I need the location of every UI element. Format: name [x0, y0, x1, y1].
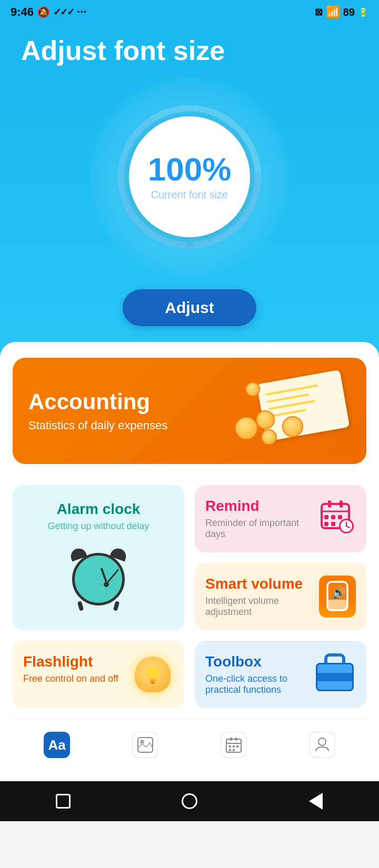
- flashlight-icon: [132, 653, 174, 695]
- nav-font-item[interactable]: Aa: [33, 728, 81, 762]
- nav-font-icon: Aa: [44, 732, 70, 758]
- accounting-illustration: [235, 377, 351, 445]
- svg-rect-11: [331, 522, 335, 526]
- svg-rect-21: [149, 679, 156, 682]
- nav-recent-button[interactable]: [53, 791, 74, 812]
- svg-rect-35: [233, 745, 235, 748]
- battery-level: 89: [343, 6, 355, 18]
- toolbox-icon: [314, 653, 356, 693]
- dial-percent-value: 100%: [148, 153, 232, 186]
- svg-rect-22: [151, 682, 155, 684]
- smart-volume-subtitle: Intelligent volume adjustment: [205, 596, 314, 618]
- nav-gallery-item[interactable]: [122, 728, 169, 762]
- status-bar: 9:46 🔕 ✓✓✓ ··· ⊠ 📶 89 🔋: [0, 0, 379, 24]
- mute-icon: 🔕: [37, 6, 50, 18]
- svg-line-24: [159, 667, 161, 668]
- remind-subtitle: Reminder of important days: [205, 518, 319, 540]
- dial-inner: 100% Current font size: [129, 116, 250, 237]
- accounting-text: Accounting Statistics of daily expenses: [28, 389, 167, 432]
- check-icons: ✓✓✓: [53, 6, 74, 18]
- bottom-navigation: Aa: [13, 719, 366, 771]
- svg-rect-38: [233, 749, 235, 751]
- nav-back-button[interactable]: [305, 791, 326, 812]
- feature-grid: Alarm clock Getting up without delay Rem…: [13, 485, 366, 630]
- smart-volume-card[interactable]: Smart volume Intelligent volume adjustme…: [195, 563, 366, 630]
- svg-rect-33: [235, 738, 237, 741]
- status-left: 9:46 🔕 ✓✓✓ ···: [11, 5, 86, 19]
- time-display: 9:46: [11, 5, 34, 19]
- recent-apps-icon: [56, 794, 71, 809]
- nav-person-item[interactable]: [298, 728, 346, 762]
- more-icon: ···: [77, 5, 86, 19]
- coin-1: [235, 417, 258, 440]
- alarm-subtitle: Getting up without delay: [47, 521, 149, 532]
- nav-person-icon: [309, 732, 335, 758]
- svg-rect-32: [230, 738, 232, 741]
- remind-calendar-icon: [319, 498, 356, 534]
- system-navigation-bar: [0, 781, 379, 821]
- remind-title: Remind: [205, 498, 319, 514]
- svg-rect-18: [327, 600, 347, 610]
- volume-icon: 🔊: [319, 576, 356, 618]
- accounting-title: Accounting: [28, 389, 167, 415]
- svg-rect-7: [324, 515, 328, 519]
- flashlight-subtitle: Free control on and off: [23, 673, 126, 684]
- header-section: Adjust font size 100% Current font size …: [0, 24, 379, 358]
- flashlight-card[interactable]: Flashlight Free control on and off: [13, 641, 184, 708]
- back-icon: [309, 793, 323, 810]
- font-size-dial[interactable]: 100% Current font size: [89, 77, 290, 277]
- alarm-title: Alarm clock: [57, 501, 141, 518]
- status-right: ⊠ 📶 89 🔋: [315, 5, 368, 19]
- smart-volume-title: Smart volume: [205, 576, 314, 592]
- toolbox-card[interactable]: Toolbox One-click access to practical fu…: [195, 641, 366, 708]
- svg-point-20: [146, 667, 159, 679]
- battery-icon: 🔋: [358, 7, 368, 17]
- svg-rect-6: [340, 500, 343, 508]
- feature-grid-row2: Flashlight Free control on and off: [13, 641, 366, 708]
- toolbox-subtitle: One-click access to practical functions: [205, 673, 308, 695]
- adjust-button[interactable]: Adjust: [123, 289, 256, 326]
- svg-rect-37: [229, 749, 231, 751]
- svg-rect-34: [229, 745, 231, 748]
- coin-2: [256, 410, 275, 429]
- alarm-clock-icon: [67, 548, 130, 611]
- svg-rect-10: [324, 522, 328, 526]
- svg-rect-8: [331, 515, 335, 519]
- svg-rect-5: [328, 500, 331, 508]
- svg-point-39: [318, 738, 326, 745]
- remind-card[interactable]: Remind Reminder of important days: [195, 485, 366, 552]
- toolbox-title: Toolbox: [205, 653, 308, 670]
- battery-x-icon: ⊠: [315, 6, 323, 18]
- nav-calendar-item[interactable]: [210, 728, 257, 762]
- dial-current-label: Current font size: [151, 189, 228, 201]
- nav-home-button[interactable]: [179, 791, 200, 812]
- coin-3: [261, 429, 277, 445]
- nav-calendar-icon: [221, 732, 247, 758]
- svg-rect-36: [236, 745, 238, 748]
- home-icon: [182, 793, 197, 809]
- svg-rect-9: [338, 515, 342, 519]
- accounting-subtitle: Statistics of daily expenses: [28, 419, 167, 432]
- flashlight-title: Flashlight: [23, 653, 126, 670]
- alarm-clock-card[interactable]: Alarm clock Getting up without delay: [13, 485, 184, 630]
- coin-4: [282, 416, 303, 437]
- svg-line-26: [144, 668, 145, 670]
- wifi-icon: 📶: [326, 5, 340, 19]
- svg-text:🔊: 🔊: [332, 586, 346, 600]
- svg-point-2: [185, 242, 194, 250]
- page-title: Adjust font size: [0, 35, 225, 66]
- coin-5: [245, 382, 260, 397]
- nav-gallery-icon: [132, 732, 158, 758]
- content-area: Accounting Statistics of daily expenses …: [0, 342, 379, 781]
- accounting-banner[interactable]: Accounting Statistics of daily expenses: [13, 358, 366, 464]
